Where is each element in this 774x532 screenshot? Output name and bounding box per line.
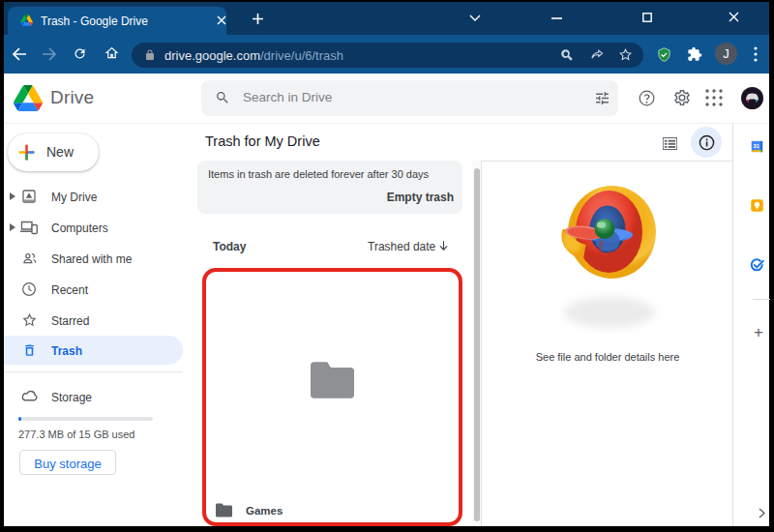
- svg-text:31: 31: [754, 143, 760, 149]
